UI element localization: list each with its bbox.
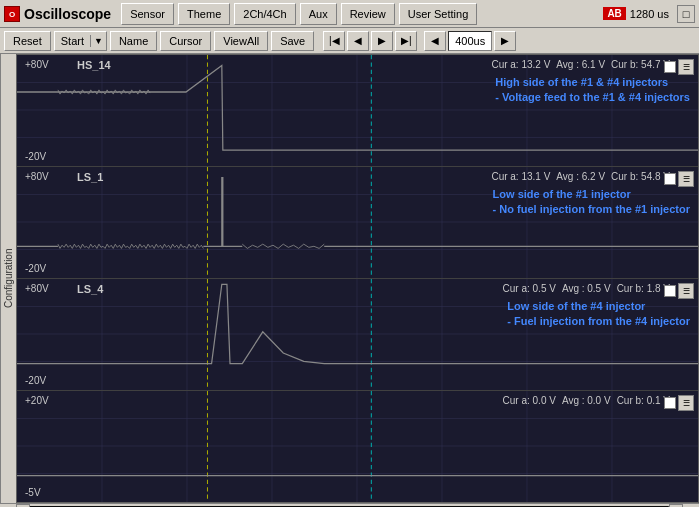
ch4-volt-low: -5V xyxy=(25,487,41,498)
nav-start-button[interactable]: |◀ xyxy=(323,31,345,51)
time-display: AB 1280 us xyxy=(603,7,669,20)
ch3-volt-low: -20V xyxy=(25,375,46,386)
svg-text:O: O xyxy=(9,10,15,19)
ch1-volt-low: -20V xyxy=(25,151,46,162)
theme-button[interactable]: Theme xyxy=(178,3,230,25)
horizontal-scrollbar[interactable]: ◀ ▶ xyxy=(0,503,699,507)
ch4-menu[interactable]: ☰ xyxy=(678,395,694,411)
nav-end-button[interactable]: ▶| xyxy=(395,31,417,51)
sensor-button[interactable]: Sensor xyxy=(121,3,174,25)
scroll-right-button[interactable]: ▶ xyxy=(669,504,683,508)
main-area: Configuration xyxy=(0,54,699,503)
ch1-annotation: High side of the #1 & #4 injectors - Vol… xyxy=(495,75,690,106)
ch2-cur-b: Cur b: 54.8 V xyxy=(611,171,670,182)
ch1-avg: Avg : 6.1 V xyxy=(556,59,605,70)
ch3-cur-a: Cur a: 0.5 V xyxy=(503,283,556,294)
channel-row-ls1: +80V -20V LS_1 Cur a: 13.1 V Avg : 6.2 V… xyxy=(17,167,698,279)
ch4-cur-a: Cur a: 0.0 V xyxy=(503,395,556,406)
oscilloscope-icon: O xyxy=(4,6,20,22)
scroll-left-button[interactable]: ◀ xyxy=(16,504,30,508)
ch1-menu[interactable]: ☰ xyxy=(678,59,694,75)
name-button[interactable]: Name xyxy=(110,31,157,51)
review-button[interactable]: Review xyxy=(341,3,395,25)
channel-row-ls4: +80V -20V LS_4 Cur a: 0.5 V Avg : 0.5 V … xyxy=(17,279,698,391)
ch2-controls: ☰ xyxy=(664,171,694,187)
time-per-div-value: 400us xyxy=(448,31,492,51)
user-setting-button[interactable]: User Setting xyxy=(399,3,478,25)
app-title: Oscilloscope xyxy=(24,6,111,22)
ab-indicator: AB xyxy=(603,7,625,20)
save-button[interactable]: Save xyxy=(271,31,314,51)
ch3-menu[interactable]: ☰ xyxy=(678,283,694,299)
ch1-cur-b: Cur b: 54.7 V xyxy=(611,59,670,70)
nav-play-button[interactable]: ▶ xyxy=(371,31,393,51)
ch4-cursor-reading: Cur a: 0.0 V Avg : 0.0 V Cur b: 0.1 V xyxy=(503,395,670,406)
channel-grid-hs14 xyxy=(17,55,698,166)
2ch4ch-button[interactable]: 2Ch/4Ch xyxy=(234,3,295,25)
time-increase-button[interactable]: ▶ xyxy=(494,31,516,51)
cursor-button[interactable]: Cursor xyxy=(160,31,211,51)
ch3-volt-high: +80V xyxy=(25,283,49,294)
ch1-cur-a: Cur a: 13.2 V xyxy=(491,59,550,70)
reset-button[interactable]: Reset xyxy=(4,31,51,51)
channel-grid-ls4 xyxy=(17,279,698,390)
time-value-display: 1280 us xyxy=(630,8,669,20)
ch2-avg: Avg : 6.2 V xyxy=(556,171,605,182)
ch3-annotation: Low side of the #4 injector - Fuel injec… xyxy=(507,299,690,330)
ch1-label: HS_14 xyxy=(77,59,111,71)
ch3-label: LS_4 xyxy=(77,283,103,295)
ch4-controls: ☰ xyxy=(664,395,694,411)
ch4-volt-high: +20V xyxy=(25,395,49,406)
channel-grid-ls1 xyxy=(17,167,698,278)
toolbar: Reset Start ▼ Name Cursor ViewAll Save |… xyxy=(0,28,699,54)
channel-row-ch4: +20V -5V Cur a: 0.0 V Avg : 0.0 V Cur b:… xyxy=(17,391,698,502)
ch3-controls: ☰ xyxy=(664,283,694,299)
ch2-label: LS_1 xyxy=(77,171,103,183)
ch2-volt-high: +80V xyxy=(25,171,49,182)
ch2-cursor-reading: Cur a: 13.1 V Avg : 6.2 V Cur b: 54.8 V xyxy=(491,171,670,182)
maximize-button[interactable]: □ xyxy=(677,5,695,23)
time-per-div-control: ◀ 400us ▶ xyxy=(424,31,516,51)
ch2-cur-a: Cur a: 13.1 V xyxy=(491,171,550,182)
aux-button[interactable]: Aux xyxy=(300,3,337,25)
channel-row-hs14: +80V -20V HS_14 Cur a: 13.2 V Avg : 6.1 … xyxy=(17,55,698,167)
ch1-volt-high: +80V xyxy=(25,59,49,70)
ch1-checkbox[interactable] xyxy=(664,61,676,73)
oscilloscope-display: +80V -20V HS_14 Cur a: 13.2 V Avg : 6.1 … xyxy=(16,54,699,503)
ch3-checkbox[interactable] xyxy=(664,285,676,297)
ch2-checkbox[interactable] xyxy=(664,173,676,185)
start-button-label[interactable]: Start xyxy=(55,34,90,48)
title-bar: O Oscilloscope Sensor Theme 2Ch/4Ch Aux … xyxy=(0,0,699,28)
ch2-volt-low: -20V xyxy=(25,263,46,274)
ch2-menu[interactable]: ☰ xyxy=(678,171,694,187)
ch4-cur-b: Cur b: 0.1 V xyxy=(617,395,670,406)
ch1-controls: ☰ xyxy=(664,59,694,75)
ch3-avg: Avg : 0.5 V xyxy=(562,283,611,294)
start-arrow[interactable]: ▼ xyxy=(90,35,106,47)
ch1-cursor-reading: Cur a: 13.2 V Avg : 6.1 V Cur b: 54.7 V xyxy=(491,59,670,70)
start-button-split[interactable]: Start ▼ xyxy=(54,31,107,51)
config-tab[interactable]: Configuration xyxy=(0,54,16,503)
channel-grid-ch4 xyxy=(17,391,698,502)
ch3-cursor-reading: Cur a: 0.5 V Avg : 0.5 V Cur b: 1.8 V xyxy=(503,283,670,294)
viewall-button[interactable]: ViewAll xyxy=(214,31,268,51)
ch4-checkbox[interactable] xyxy=(664,397,676,409)
time-decrease-button[interactable]: ◀ xyxy=(424,31,446,51)
ch4-avg: Avg : 0.0 V xyxy=(562,395,611,406)
nav-prev-button[interactable]: ◀ xyxy=(347,31,369,51)
ch2-annotation: Low side of the #1 injector - No fuel in… xyxy=(493,187,690,218)
ch3-cur-b: Cur b: 1.8 V xyxy=(617,283,670,294)
